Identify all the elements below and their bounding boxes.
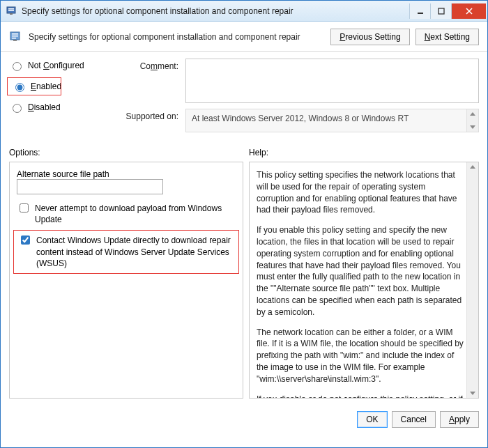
radio-not-configured[interactable]: Not Configured [9, 60, 110, 71]
previous-setting-button[interactable]: Previous Setting [330, 29, 409, 45]
radio-enabled[interactable]: Enabled [9, 79, 59, 93]
cancel-button[interactable]: Cancel [392, 411, 436, 428]
ok-button[interactable]: OK [357, 411, 387, 428]
gpedit-dialog: Specify settings for optional component … [0, 0, 488, 448]
app-icon [6, 6, 17, 17]
comment-textarea[interactable] [185, 59, 479, 103]
policy-icon [9, 30, 23, 44]
svg-rect-1 [8, 8, 14, 10]
supported-on-box: At least Windows Server 2012, Windows 8 … [185, 109, 479, 132]
svg-rect-2 [8, 10, 14, 11]
alt-source-path-label: Alternate source file path [17, 169, 236, 179]
help-scrollbar[interactable] [466, 162, 478, 398]
apply-button[interactable]: Apply [440, 411, 479, 428]
header-description: Specify settings for optional component … [29, 32, 325, 42]
maximize-button[interactable] [430, 3, 451, 19]
svg-rect-10 [12, 36, 18, 37]
header-row: Specify settings for optional component … [1, 22, 487, 52]
scrollbar-stub [466, 109, 478, 132]
never-download-checkbox[interactable]: Never attempt to download payload from W… [17, 203, 236, 225]
comment-label: Comment: [117, 59, 178, 103]
svg-rect-5 [439, 8, 444, 14]
supported-on-text: At least Windows Server 2012, Windows 8 … [192, 114, 409, 123]
options-pane: Alternate source file path Never attempt… [9, 162, 243, 399]
svg-rect-12 [13, 40, 17, 41]
supported-label: Supported on: [117, 109, 178, 132]
window-title: Specify settings for optional component … [22, 6, 409, 16]
contact-wu-checkbox[interactable]: Contact Windows Update directly to downl… [17, 233, 236, 270]
minimize-button[interactable] [409, 3, 430, 19]
svg-rect-4 [418, 13, 423, 14]
help-label: Help: [249, 148, 268, 157]
dialog-footer: OK Cancel Apply [1, 404, 487, 436]
panes: Alternate source file path Never attempt… [1, 162, 487, 404]
next-setting-button[interactable]: Next Setting [415, 29, 479, 45]
svg-rect-11 [12, 38, 16, 39]
window-buttons [409, 3, 486, 19]
help-pane: This policy setting specifies the networ… [249, 162, 479, 399]
titlebar: Specify settings for optional component … [1, 1, 487, 22]
alt-source-path-input[interactable] [17, 179, 163, 194]
close-button[interactable] [451, 3, 486, 19]
help-text: This policy setting specifies the networ… [257, 169, 464, 399]
svg-rect-3 [10, 13, 13, 15]
section-labels: Options: Help: [1, 142, 487, 162]
top-grid: Not Configured Enabled Disabled Comment:… [1, 52, 487, 142]
svg-rect-9 [12, 33, 18, 35]
radio-disabled[interactable]: Disabled [9, 102, 110, 113]
options-label: Options: [9, 148, 243, 157]
